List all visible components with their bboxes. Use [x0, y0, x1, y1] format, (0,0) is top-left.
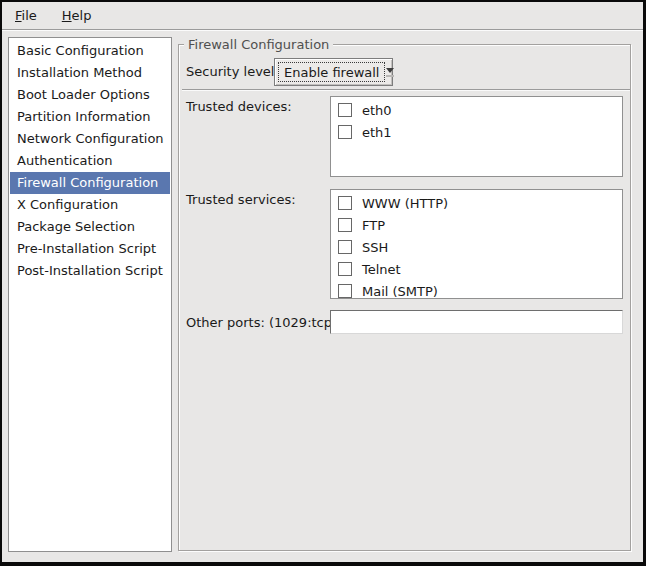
sidebar-item[interactable]: Basic Configuration	[10, 40, 170, 62]
checkbox-label: eth0	[362, 103, 392, 118]
trusted-services-label: Trusted services:	[186, 192, 296, 207]
kickstart-configurator-window: File Help Basic ConfigurationInstallatio…	[0, 0, 646, 566]
security-level-dropdown[interactable]: Enable firewall	[274, 58, 393, 86]
checkbox[interactable]	[338, 284, 352, 298]
checkbox[interactable]	[338, 262, 352, 276]
checkbox-label: Mail (SMTP)	[362, 284, 438, 299]
list-item: SSH	[331, 236, 622, 258]
sidebar-item[interactable]: Pre-Installation Script	[10, 238, 170, 260]
sidebar-item[interactable]: Partition Information	[10, 106, 170, 128]
checkbox[interactable]	[338, 196, 352, 210]
list-item: FTP	[331, 214, 622, 236]
list-item: eth1	[331, 121, 622, 143]
checkbox[interactable]	[338, 103, 352, 117]
list-item: WWW (HTTP)	[331, 192, 622, 214]
sidebar-item[interactable]: Post-Installation Script	[10, 260, 170, 282]
list-item: Mail (SMTP)	[331, 280, 622, 299]
firewall-configuration-panel: Firewall Configuration Security level: E…	[178, 37, 631, 551]
list-item: eth0	[331, 99, 622, 121]
trusted-services-list: WWW (HTTP)FTPSSHTelnetMail (SMTP)	[330, 189, 623, 299]
dropdown-arrow-icon	[386, 59, 394, 85]
menubar: File Help	[2, 2, 643, 29]
checkbox-label: eth1	[362, 125, 392, 140]
menu-help[interactable]: Help	[60, 6, 94, 25]
sidebar-item[interactable]: Boot Loader Options	[10, 84, 170, 106]
sidebar-item[interactable]: Installation Method	[10, 62, 170, 84]
security-level-label: Security level:	[186, 64, 279, 79]
horizontal-divider	[182, 89, 630, 91]
checkbox[interactable]	[338, 218, 352, 232]
security-level-value: Enable firewall	[278, 62, 385, 82]
checkbox-label: WWW (HTTP)	[362, 196, 448, 211]
checkbox[interactable]	[338, 125, 352, 139]
checkbox[interactable]	[338, 240, 352, 254]
menubar-divider	[2, 29, 643, 31]
checkbox-label: Telnet	[362, 262, 401, 277]
section-list: Basic ConfigurationInstallation MethodBo…	[8, 37, 172, 552]
sidebar-item[interactable]: X Configuration	[10, 194, 170, 216]
panel-title: Firewall Configuration	[184, 37, 333, 52]
sidebar-item[interactable]: Authentication	[10, 150, 170, 172]
checkbox-label: FTP	[362, 218, 385, 233]
sidebar-item[interactable]: Firewall Configuration	[10, 172, 170, 194]
other-ports-input[interactable]	[330, 310, 623, 334]
list-item: Telnet	[331, 258, 622, 280]
trusted-devices-label: Trusted devices:	[186, 99, 292, 114]
sidebar-item[interactable]: Package Selection	[10, 216, 170, 238]
checkbox-label: SSH	[362, 240, 388, 255]
trusted-devices-list: eth0eth1	[330, 96, 623, 177]
menu-file[interactable]: File	[13, 6, 39, 25]
other-ports-label: Other ports: (1029:tcp)	[186, 315, 337, 330]
sidebar-item[interactable]: Network Configuration	[10, 128, 170, 150]
